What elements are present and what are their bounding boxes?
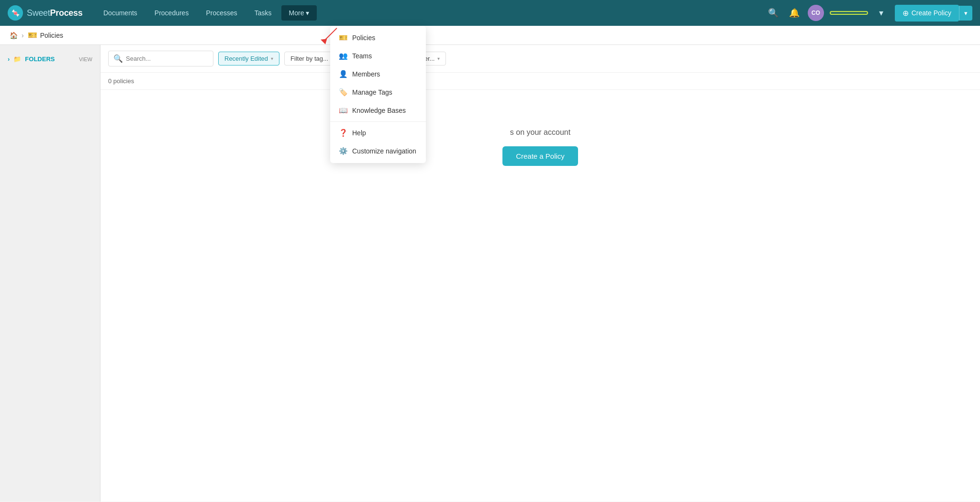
policy-icon: 🎫 [28, 31, 37, 40]
view-button[interactable]: VIEW [79, 56, 92, 62]
dropdown-divider [330, 121, 426, 122]
logo-text: SweetProcess [27, 8, 82, 18]
breadcrumb-left: 🏠 › 🎫 Policies [10, 31, 63, 40]
breadcrumb-current: 🎫 Policies [28, 31, 63, 40]
help-icon: ❓ [339, 129, 347, 137]
recently-edited-filter[interactable]: Recently Edited ▾ [218, 52, 279, 65]
create-policy-split-button[interactable]: ▾ [959, 6, 972, 21]
policies-icon: 🎫 [339, 33, 347, 42]
dropdown-arrow-icon[interactable]: ▾ [874, 5, 889, 21]
user-name[interactable] [830, 11, 868, 15]
empty-state: s on your account Create a Policy [100, 90, 980, 204]
create-policy-cta-button[interactable]: Create a Policy [502, 146, 578, 166]
sidebar: › 📁 FOLDERS VIEW [0, 45, 100, 502]
create-policy-button[interactable]: ⊕ Create Policy [895, 5, 959, 22]
dropdown-policies[interactable]: 🎫 Policies [330, 29, 426, 47]
nav-items: Documents Procedures Processes Tasks Mor… [96, 5, 766, 21]
manage-tags-icon: 🏷️ [339, 88, 347, 97]
dropdown-customize-nav[interactable]: ⚙️ Customize navigation [330, 142, 426, 160]
dropdown-teams[interactable]: 👥 Teams [330, 47, 426, 65]
nav-procedures[interactable]: Procedures [147, 5, 197, 21]
home-link[interactable]: 🏠 [10, 32, 18, 39]
logo[interactable]: 🍬 SweetProcess [8, 5, 84, 21]
nav-right: 🔍 🔔 CO ▾ ⊕ Create Policy ▾ [766, 5, 972, 22]
search-input[interactable] [126, 55, 208, 62]
members-icon: 👤 [339, 70, 347, 78]
logo-icon: 🍬 [8, 5, 23, 21]
dropdown-members[interactable]: 👤 Members [330, 65, 426, 83]
sidebar-folders[interactable]: › 📁 FOLDERS VIEW [0, 53, 100, 65]
teams-icon: 👥 [339, 52, 347, 60]
dropdown-manage-tags[interactable]: 🏷️ Manage Tags [330, 83, 426, 101]
chevron-right-icon: › [8, 55, 10, 63]
knowledge-bases-icon: 📖 [339, 106, 347, 115]
folder-icon: 📁 [13, 55, 21, 63]
dropdown-help[interactable]: ❓ Help [330, 124, 426, 142]
dropdown-knowledge-bases[interactable]: 📖 Knowledge Bases [330, 101, 426, 120]
nav-documents[interactable]: Documents [96, 5, 145, 21]
chevron-down-icon: ▾ [306, 9, 309, 17]
avatar[interactable]: CO [808, 5, 824, 21]
content-toolbar: 🔍 Recently Edited ▾ Filter by tag... ▾ F… [100, 45, 980, 73]
customize-nav-icon: ⚙️ [339, 147, 347, 155]
content-area: 🔍 Recently Edited ▾ Filter by tag... ▾ F… [100, 45, 980, 502]
chevron-down-icon: ▾ [437, 56, 440, 61]
chevron-down-icon: ▾ [271, 56, 273, 61]
nav-tasks[interactable]: Tasks [247, 5, 279, 21]
breadcrumb: 🏠 › 🎫 Policies [0, 26, 980, 45]
more-dropdown-menu: 🎫 Policies 👥 Teams 👤 Members 🏷️ Manage T… [330, 26, 426, 163]
empty-state-text: s on your account [510, 128, 570, 137]
folders-label: FOLDERS [25, 55, 55, 63]
main-layout: › 📁 FOLDERS VIEW 🔍 Recently Edited ▾ Fil… [0, 45, 980, 502]
bell-icon[interactable]: 🔔 [787, 5, 802, 21]
plus-icon: ⊕ [902, 9, 909, 18]
search-icon[interactable]: 🔍 [766, 5, 781, 21]
top-navigation: 🍬 SweetProcess Documents Procedures Proc… [0, 0, 980, 26]
search-magnifier-icon: 🔍 [113, 54, 123, 63]
search-box[interactable]: 🔍 [108, 51, 213, 66]
policy-count: 0 policies [100, 73, 980, 90]
breadcrumb-separator: › [22, 32, 24, 39]
nav-more[interactable]: More ▾ [281, 5, 317, 21]
nav-processes[interactable]: Processes [198, 5, 245, 21]
